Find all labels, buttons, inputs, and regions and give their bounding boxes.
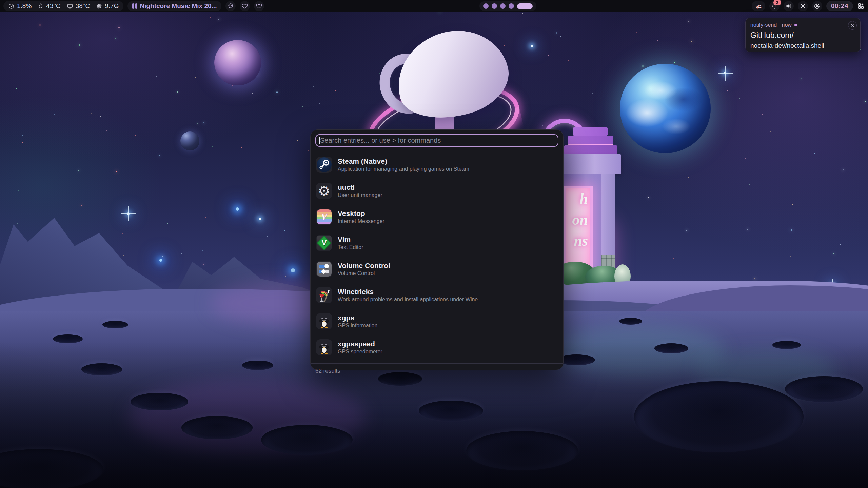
system-monitor-widget[interactable]: 1.8%43°C38°C9.7G [3,1,123,11]
steam-app-icon [316,157,332,173]
app-description: GPS information [338,322,377,329]
notification-title: GitHub.com/ [750,31,855,40]
sun-icon [800,3,806,9]
skull-icon [227,3,234,9]
stat-display: 38°C [67,2,90,10]
app-description: User unit manager [338,192,382,199]
close-icon [850,23,854,27]
list-item[interactable]: V Vesktop Internet Messenger [315,204,558,230]
list-item[interactable]: ⚙ uuctl User unit manager [315,178,558,204]
desktop: h on ns 1.8%43°C38°C9.7G [0,0,868,488]
stat-temperature: 43°C [38,2,60,10]
penguin-app-icon [316,339,332,355]
app-description: Volume Control [338,270,390,277]
app-description: GPS speedometer [338,348,382,355]
app-description: Internet Messenger [338,218,384,225]
brightness-button[interactable] [798,1,808,11]
app-title: uuctl [338,183,382,192]
grid-plus-icon [857,2,865,10]
workspace-dot-4[interactable] [509,3,514,9]
workspace-dot-1[interactable] [483,3,489,9]
notification-card: notify-send · now GitHub.com/ noctalia-d… [745,18,861,52]
app-title: Vim [338,235,363,244]
media-player-widget[interactable]: Nightcore Music Mix 20... [127,1,221,11]
list-item[interactable]: xgps GPS information [315,308,558,334]
list-item[interactable]: Steam (Native) Application for managing … [315,151,558,178]
app-description: Text Editor [338,244,363,251]
workspace-indicator[interactable] [479,1,536,11]
stat-value: 1.8% [17,2,32,10]
app-title: xgps [338,313,377,322]
app-launcher: Steam (Native) Application for managing … [310,129,564,370]
skull-button[interactable] [225,1,236,11]
text-caret [319,137,320,144]
app-dashboard-button[interactable] [857,2,865,10]
app-description: Work around problems and install applica… [338,296,478,303]
notification-source: notify-send · now [750,22,792,28]
temperature-icon [38,3,44,9]
app-title: Volume Control [338,261,390,270]
list-item[interactable]: xgpsspeed GPS speedometer [315,334,558,360]
notifications-button[interactable]: 2 [769,1,780,11]
app-title: Winetricks [338,287,478,296]
notification-body: noctalia-dev/noctalia.shell [750,42,855,49]
heart-icon [256,3,262,9]
gear-app-icon: ⚙ [316,183,332,199]
penguin-app-icon [316,313,332,329]
app-title: xgpsspeed [338,339,382,348]
workspace-dot-5[interactable] [517,3,533,9]
stat-chip: 9.7G [96,2,119,10]
clock[interactable]: 00:24 [826,1,853,11]
heart-button-1[interactable] [240,1,250,11]
list-item[interactable]: V Vim Text Editor [315,230,558,256]
app-title: Steam (Native) [338,157,469,166]
bar-left: 1.8%43°C38°C9.7G Nightcore Music Mix 20.… [3,1,264,11]
stat-value: 43°C [46,2,60,10]
media-title: Nightcore Music Mix 20... [140,2,217,10]
pause-icon [132,3,137,9]
notification-badge: 2 [773,0,781,5]
notification-close-button[interactable] [848,21,857,30]
list-item[interactable]: Volume Control Volume Control [315,256,558,282]
heart-button-2[interactable] [254,1,264,11]
unread-dot [794,24,797,26]
night-mode-button[interactable] [812,1,822,11]
volume-app-icon [316,261,332,277]
top-bar: 1.8%43°C38°C9.7G Nightcore Music Mix 20.… [0,0,868,12]
stat-value: 9.7G [105,2,119,10]
speaker-icon [785,3,792,9]
display-icon [67,3,73,9]
workspace-dot-2[interactable] [492,3,497,9]
gauge-icon [8,3,15,9]
search-box [315,134,558,147]
chip-icon [96,3,102,9]
stat-value: 38°C [76,2,90,10]
workspace-dot-3[interactable] [500,3,506,9]
winetricks-app-icon [316,287,332,303]
stat-gauge: 1.8% [8,2,32,10]
moon-slash-icon [814,3,821,9]
search-input[interactable] [316,137,558,144]
vim-app-icon: V [316,235,332,251]
app-title: Vesktop [338,209,384,218]
notification-header: notify-send · now [750,22,855,28]
tray-vesktop-icon[interactable]: ᵥC [752,1,765,11]
footer-divider [311,363,563,364]
vesktop-app-icon: V [316,209,332,225]
list-item[interactable]: Winetricks Work around problems and inst… [315,282,558,308]
volume-button[interactable] [784,1,794,11]
heart-icon [241,3,248,9]
results-list: Steam (Native) Application for managing … [315,151,558,360]
results-count: 62 results [315,368,558,374]
app-description: Application for managing and playing gam… [338,166,469,172]
bar-right: ᵥC 2 [752,1,865,11]
